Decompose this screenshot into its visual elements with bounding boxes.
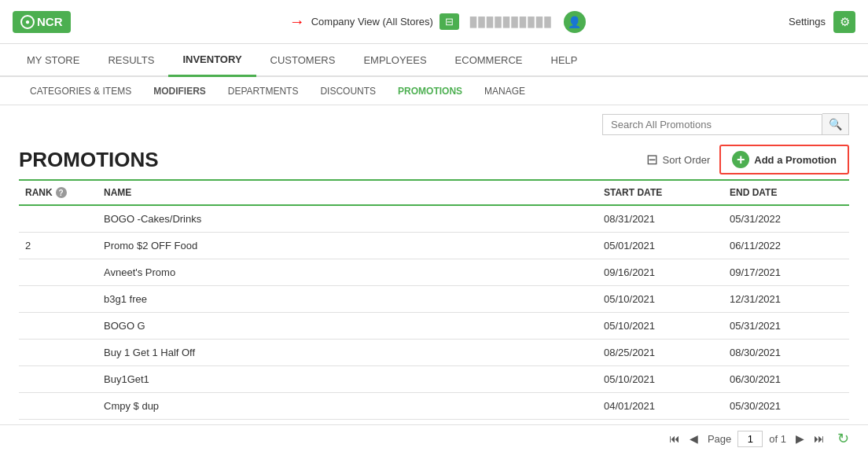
cell-rank <box>19 349 97 357</box>
search-bar-row: 🔍 <box>0 105 868 138</box>
cell-rank <box>19 215 97 223</box>
tab-manage[interactable]: MANAGE <box>473 79 536 103</box>
cell-end-date: 06/11/2022 <box>723 236 849 255</box>
cell-end-date: 09/17/2021 <box>723 263 849 282</box>
table-row[interactable]: Buy1Get1 05/10/2021 06/30/2021 <box>19 366 849 393</box>
column-header-name: NAME <box>97 184 598 201</box>
sidebar-item-employees[interactable]: EMPLOYEES <box>349 43 440 76</box>
cell-name: Buy1Get1 <box>97 369 598 389</box>
table-row[interactable]: BOGO -Cakes/Drinks 08/31/2021 05/31/2022 <box>19 206 849 233</box>
column-header-end-date: END DATE <box>723 184 849 201</box>
red-arrow-icon: → <box>289 13 305 31</box>
page-content: PROMOTIONS ⊟ Sort Order + Add a Promotio… <box>0 138 868 424</box>
cell-end-date: 05/31/2021 <box>723 316 849 336</box>
first-page-button[interactable]: ⏮ <box>666 431 683 446</box>
company-view-label: Company View (All Stores) <box>311 16 433 28</box>
column-header-rank: RANK ? <box>19 184 97 201</box>
rank-help-icon[interactable]: ? <box>56 187 67 198</box>
column-header-start-date: START DATE <box>598 184 723 201</box>
cell-name: Cmpy %Promo <box>97 423 598 424</box>
sub-nav: CATEGORIES & ITEMS MODIFIERS DEPARTMENTS… <box>0 77 868 105</box>
sidebar-item-results[interactable]: RESULTS <box>94 43 168 76</box>
sidebar-item-inventory[interactable]: INVENTORY <box>168 44 256 77</box>
top-nav: MY STORE RESULTS INVENTORY CUSTOMERS EMP… <box>0 44 868 77</box>
sidebar-item-customers[interactable]: CUSTOMERS <box>256 43 350 76</box>
settings-label: Settings <box>789 16 826 28</box>
pagination: ⏮ ◀ Page of 1 ▶ ⏭ ↻ <box>0 424 868 452</box>
table-header: RANK ? NAME START DATE END DATE <box>19 179 849 206</box>
cell-rank: 2 <box>19 236 97 255</box>
cell-name: Avneet's Promo <box>97 263 598 282</box>
next-page-button[interactable]: ▶ <box>793 431 807 446</box>
cell-name: BOGO -Cakes/Drinks <box>97 209 598 229</box>
table-row[interactable]: Avneet's Promo 09/16/2021 09/17/2021 <box>19 259 849 286</box>
cell-start-date: 08/25/2021 <box>598 343 723 362</box>
logo[interactable]: ● NCR <box>13 11 71 33</box>
cell-start-date: 04/01/2021 <box>598 423 723 424</box>
tab-departments[interactable]: DEPARTMENTS <box>217 79 310 103</box>
search-button[interactable]: 🔍 <box>822 113 849 135</box>
tab-categories-items[interactable]: CATEGORIES & ITEMS <box>19 79 142 103</box>
cell-end-date: 12/31/2021 <box>723 289 849 309</box>
prev-page-button[interactable]: ◀ <box>686 431 701 446</box>
table-row[interactable]: Cmpy $ dup 04/01/2021 05/30/2021 <box>19 393 849 420</box>
cell-start-date: 05/10/2021 <box>598 316 723 336</box>
cell-end-date: 04/30/2021 <box>723 423 849 424</box>
cell-rank <box>19 402 97 410</box>
cell-rank <box>19 322 97 330</box>
cell-end-date: 05/31/2022 <box>723 209 849 229</box>
tab-promotions[interactable]: PROMOTIONS <box>387 79 473 103</box>
last-page-button[interactable]: ⏭ <box>811 431 828 446</box>
cell-start-date: 09/16/2021 <box>598 263 723 282</box>
cell-start-date: 04/01/2021 <box>598 396 723 416</box>
refresh-button[interactable]: ↻ <box>837 430 849 447</box>
search-input[interactable] <box>602 114 822 135</box>
cell-rank <box>19 269 97 277</box>
add-promotion-button[interactable]: + Add a Promotion <box>719 145 849 174</box>
cell-end-date: 05/30/2021 <box>723 396 849 416</box>
sort-order-icon: ⊟ <box>646 151 658 168</box>
cell-start-date: 08/31/2021 <box>598 209 723 229</box>
header: ● NCR → Company View (All Stores) ⊟ ████… <box>0 0 868 44</box>
sort-order-button[interactable]: ⊟ Sort Order <box>646 151 711 168</box>
tab-discounts[interactable]: DISCOUNTS <box>309 79 387 103</box>
table-row[interactable]: Buy 1 Get 1 Half Off 08/25/2021 08/30/20… <box>19 340 849 366</box>
store-view-icon[interactable]: ⊟ <box>440 13 459 30</box>
sidebar-item-help[interactable]: HELP <box>537 43 592 76</box>
cell-start-date: 05/10/2021 <box>598 369 723 389</box>
user-name: ██████████ <box>470 17 553 28</box>
cell-name: Cmpy $ dup <box>97 396 598 416</box>
logo-circle: ● <box>20 15 35 29</box>
cell-rank <box>19 376 97 384</box>
promotions-actions: ⊟ Sort Order + Add a Promotion <box>646 145 849 174</box>
page-of-label: of 1 <box>769 433 786 445</box>
add-promotion-label: Add a Promotion <box>754 154 837 166</box>
cell-end-date: 06/30/2021 <box>723 369 849 389</box>
user-avatar-icon[interactable]: 👤 <box>564 11 586 33</box>
cell-end-date: 08/30/2021 <box>723 343 849 362</box>
add-promotion-circle-icon: + <box>732 151 749 168</box>
logo-text: NCR <box>37 15 63 28</box>
table-row[interactable]: BOGO G 05/10/2021 05/31/2021 <box>19 313 849 340</box>
header-center: → Company View (All Stores) ⊟ ██████████… <box>86 11 789 33</box>
promotions-header: PROMOTIONS ⊟ Sort Order + Add a Promotio… <box>19 138 849 179</box>
table-row[interactable]: Cmpy %Promo 04/01/2021 04/30/2021 <box>19 420 849 424</box>
table-row[interactable]: b3g1 free 05/10/2021 12/31/2021 <box>19 286 849 313</box>
page-title: PROMOTIONS <box>19 148 159 172</box>
page-number-input[interactable] <box>737 431 763 447</box>
cell-name: b3g1 free <box>97 289 598 309</box>
cell-name: BOGO G <box>97 316 598 336</box>
header-right: Settings ⚙ <box>789 11 855 33</box>
sidebar-item-ecommerce[interactable]: ECOMMERCE <box>441 43 537 76</box>
sort-order-label: Sort Order <box>663 154 711 166</box>
table-wrapper: BOGO -Cakes/Drinks 08/31/2021 05/31/2022… <box>19 206 849 424</box>
table-row[interactable]: 2 Promo $2 OFF Food 05/01/2021 06/11/202… <box>19 233 849 259</box>
settings-gear-icon[interactable]: ⚙ <box>833 11 855 33</box>
sidebar-item-my-store[interactable]: MY STORE <box>13 43 94 76</box>
cell-start-date: 05/01/2021 <box>598 236 723 255</box>
cell-name: Promo $2 OFF Food <box>97 236 598 255</box>
tab-modifiers[interactable]: MODIFIERS <box>142 79 217 103</box>
page-label: Page <box>708 433 731 445</box>
cell-start-date: 05/10/2021 <box>598 289 723 309</box>
cell-name: Buy 1 Get 1 Half Off <box>97 343 598 362</box>
